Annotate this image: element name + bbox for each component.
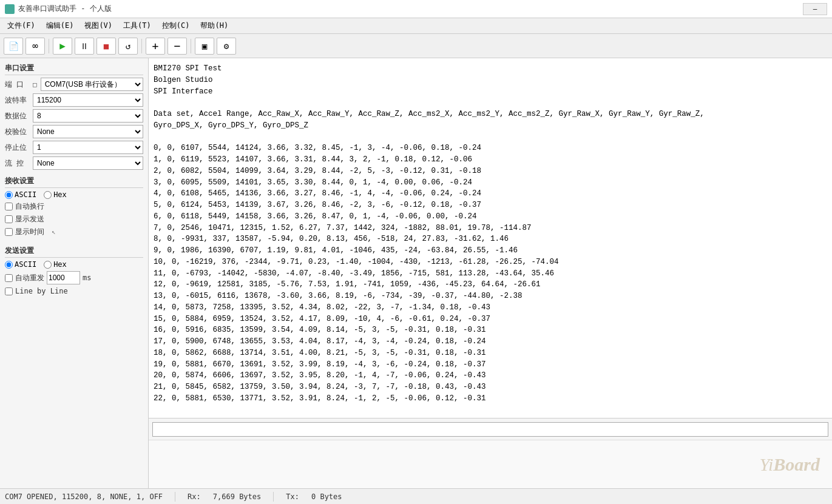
window-button[interactable]: ▣ [195, 38, 214, 55]
rx-value: 7,669 Bytes [213, 492, 261, 501]
recv-format-row: ASCII Hex [5, 190, 143, 199]
menu-control[interactable]: 控制(C) [157, 19, 195, 32]
auto-repeat-checkbox[interactable] [5, 274, 13, 282]
titlebar-title: 友善串口调试助手 - 个人版 [18, 4, 112, 14]
tx-label: Tx: [286, 492, 299, 501]
port-status: COM7 OPENED, 115200, 8, NONE, 1, OFF [5, 492, 163, 501]
refresh-button[interactable]: ↺ [118, 38, 138, 55]
titlebar: 友善串口调试助手 - 个人版 — [0, 0, 832, 18]
add-button[interactable]: + [146, 38, 165, 55]
serial-section-title: 串口设置 [5, 63, 143, 75]
main-area: 串口设置 端 口 □ COM7(USB 串行设备） 波特率 115200 960… [0, 58, 832, 488]
send-ascii-radio[interactable]: ASCII [5, 260, 36, 269]
show-time-checkbox[interactable] [5, 228, 13, 236]
pause-button[interactable]: ⏸ [75, 38, 94, 55]
show-send-checkbox[interactable] [5, 215, 13, 223]
baud-row: 波特率 115200 9600 38400 57600 [5, 93, 143, 107]
right-panel: BMI270 SPI Test Bolgen Studio SPI Interf… [149, 58, 832, 488]
rx-label: Rx: [188, 492, 201, 501]
flow-row: 流 控 None RTS/CTS [5, 156, 143, 170]
tx-value: 0 Bytes [311, 492, 342, 501]
parity-label: 校验位 [5, 127, 29, 137]
recv-section-title: 接收设置 [5, 176, 143, 188]
show-send-label: 显示发送 [15, 214, 44, 224]
auto-repeat-label: 自动重发 [15, 273, 44, 283]
menu-tools[interactable]: 工具(T) [118, 19, 156, 32]
data-bits-row: 数据位 8 7 [5, 109, 143, 123]
menu-file[interactable]: 文件(F) [2, 19, 40, 32]
port-select[interactable]: COM7(USB 串行设备） [41, 78, 143, 91]
menubar: 文件(F)编辑(E)视图(V)工具(T)控制(C)帮助(H) [0, 18, 832, 34]
recv-ascii-radio[interactable]: ASCII [5, 190, 36, 199]
stop-bits-select[interactable]: 1 2 [33, 141, 143, 154]
recv-settings-section: 接收设置 ASCII Hex 自动换行 显示发送 [5, 176, 143, 240]
data-bits-label: 数据位 [5, 111, 29, 121]
input-bar [149, 418, 832, 440]
app-icon [5, 4, 15, 14]
status-separator-1 [175, 492, 175, 502]
baud-label: 波特率 [5, 95, 29, 106]
show-send-row: 显示发送 [5, 214, 143, 224]
menu-view[interactable]: 视图(V) [79, 19, 117, 32]
cursor-indicator: ↖ [52, 228, 56, 236]
send-section-title: 发送设置 [5, 246, 143, 258]
console-output[interactable]: BMI270 SPI Test Bolgen Studio SPI Interf… [149, 58, 832, 418]
stop-bits-row: 停止位 1 2 [5, 141, 143, 154]
send-hex-radio[interactable]: Hex [44, 260, 67, 269]
auto-newline-row: 自动换行 [5, 201, 143, 212]
toolbar-separator-3 [191, 39, 191, 53]
auto-newline-checkbox[interactable] [5, 203, 13, 210]
auto-repeat-input[interactable] [47, 271, 80, 284]
send-input[interactable] [152, 422, 828, 437]
status-separator-2 [273, 492, 274, 502]
menu-edit[interactable]: 编辑(E) [41, 19, 79, 32]
titlebar-left: 友善串口调试助手 - 个人版 [5, 4, 112, 14]
recv-hex-radio[interactable]: Hex [44, 190, 67, 199]
auto-newline-label: 自动换行 [15, 201, 44, 212]
line-by-line-label: Line by Line [15, 287, 68, 295]
titlebar-controls: — [803, 3, 827, 15]
send-settings-section: 发送设置 ASCII Hex 自动重发 ms Line by Li [5, 246, 143, 298]
flow-select[interactable]: None RTS/CTS [33, 156, 143, 170]
port-label: 端 口 [5, 79, 29, 90]
statusbar: COM7 OPENED, 115200, 8, NONE, 1, OFF Rx:… [0, 488, 832, 504]
send-format-row: ASCII Hex [5, 260, 143, 269]
watermark-area: YiBoard [149, 440, 832, 488]
auto-repeat-row: 自动重发 ms [5, 271, 143, 284]
serial-settings-section: 串口设置 端 口 □ COM7(USB 串行设备） 波特率 115200 960… [5, 63, 143, 172]
minimize-button[interactable]: — [803, 3, 827, 15]
new-file-button[interactable]: 📄 [4, 38, 23, 55]
line-by-line-checkbox[interactable] [5, 287, 13, 295]
toolbar: 📄 ∞ ▶ ⏸ ■ ↺ + − ▣ ⚙ [0, 34, 832, 58]
loop-button[interactable]: ∞ [25, 38, 45, 55]
left-panel: 串口设置 端 口 □ COM7(USB 串行设备） 波特率 115200 960… [0, 58, 149, 488]
parity-row: 校验位 None Even Odd [5, 125, 143, 138]
line-by-line-row: Line by Line [5, 287, 143, 295]
sub-button[interactable]: − [167, 38, 187, 55]
toolbar-separator-2 [141, 39, 142, 53]
ms-label: ms [83, 274, 91, 282]
flow-label: 流 控 [5, 158, 29, 169]
data-bits-select[interactable]: 8 7 [33, 109, 143, 123]
toolbar-separator-1 [49, 39, 49, 53]
menu-help[interactable]: 帮助(H) [195, 19, 233, 32]
stop-button[interactable]: ■ [96, 38, 116, 55]
port-row: 端 口 □ COM7(USB 串行设备） [5, 78, 143, 91]
settings-button[interactable]: ⚙ [217, 38, 236, 55]
parity-select[interactable]: None Even Odd [33, 125, 143, 138]
watermark-text: YiBoard [760, 454, 820, 475]
stop-bits-label: 停止位 [5, 143, 29, 153]
show-time-label: 显示时间 [15, 227, 44, 237]
run-button[interactable]: ▶ [53, 38, 72, 55]
show-time-row: 显示时间 ↖ [5, 227, 143, 237]
baud-select[interactable]: 115200 9600 38400 57600 [33, 93, 143, 107]
port-icon: □ [33, 81, 37, 89]
